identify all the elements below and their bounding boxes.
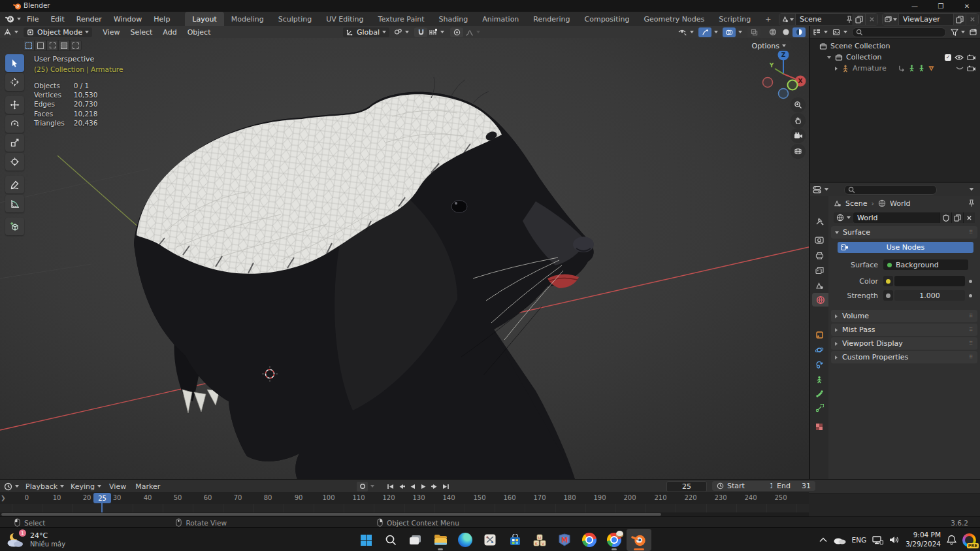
tab-physics[interactable] [810, 343, 828, 357]
scene-icon[interactable] [779, 14, 796, 25]
select-mode-invert[interactable] [58, 40, 70, 51]
play-button[interactable] [418, 482, 429, 492]
tab-shading[interactable]: Shading [432, 12, 476, 26]
menu-help[interactable]: Help [148, 12, 176, 26]
use-nodes-button[interactable]: Use Nodes [838, 242, 973, 253]
panel-grip[interactable]: ⠿ [969, 313, 973, 319]
closed-eye-icon[interactable] [956, 66, 964, 71]
animate-color-dot[interactable] [969, 280, 972, 283]
outliner-row-collection[interactable]: Collection ✓ [810, 52, 980, 63]
panel-grip[interactable]: ⠿ [969, 327, 973, 333]
menu-view[interactable]: View [97, 28, 125, 37]
blender-menu-icon[interactable] [5, 14, 14, 24]
restore-button[interactable]: ❐ [928, 0, 954, 12]
color-socket[interactable] [883, 276, 893, 286]
visibility-dropdown[interactable] [678, 29, 694, 36]
unikey-button[interactable]: UKV [527, 529, 552, 551]
taskbar-search-button[interactable] [378, 529, 403, 551]
pin-icon[interactable] [846, 16, 853, 24]
tray-chevron-icon[interactable] [819, 537, 827, 543]
proportional-falloff-dropdown[interactable] [465, 29, 480, 36]
mode-dropdown[interactable]: Object Mode [24, 27, 92, 37]
menu-edit[interactable]: Edit [44, 12, 70, 26]
strength-socket[interactable] [883, 290, 893, 301]
chevron-down-icon[interactable] [970, 188, 973, 191]
xray-toggle[interactable] [747, 27, 760, 37]
tab-rendering[interactable]: Rendering [526, 12, 577, 26]
viewport-canvas[interactable]: Z X Y User Perspective (25) Collection |… [0, 38, 809, 479]
menu-window[interactable]: Window [108, 12, 148, 26]
shading-wireframe-button[interactable] [766, 27, 779, 37]
custom-properties-panel-header[interactable]: Custom Properties⠿ [831, 351, 977, 363]
cursor-tool[interactable] [5, 73, 24, 91]
gizmo-neg-y-axis[interactable] [788, 80, 798, 90]
remove-viewlayer-button[interactable] [966, 14, 978, 25]
breadcrumb-world[interactable]: World [890, 199, 911, 208]
panel-grip[interactable]: ⠿ [969, 229, 973, 235]
hide-eye-icon[interactable] [955, 54, 964, 61]
tab-layout[interactable]: Layout [185, 12, 223, 26]
tab-world[interactable] [812, 293, 828, 307]
copilot-icon[interactable]: PRE [962, 533, 976, 547]
outliner-row-scene-collection[interactable]: Scene Collection [810, 41, 980, 52]
jump-prev-keyframe-button[interactable] [396, 482, 407, 492]
move-tool[interactable] [5, 96, 24, 114]
options-dropdown[interactable]: Options [747, 41, 791, 51]
toggle-perspective-button[interactable] [791, 144, 806, 159]
shading-material-button[interactable] [792, 27, 806, 37]
proportional-edit-toggle[interactable] [450, 27, 463, 37]
tab-output[interactable] [810, 248, 828, 262]
minimize-button[interactable]: — [902, 0, 928, 12]
tab-object-data[interactable] [810, 373, 828, 386]
weather-widget[interactable]: 1 24°C Nhiều mây [5, 528, 65, 551]
mist-pass-panel-header[interactable]: Mist Pass⠿ [831, 324, 977, 336]
timeline-track[interactable] [0, 504, 809, 512]
viewport-display-panel-header[interactable]: Viewport Display⠿ [831, 337, 977, 350]
scene-name[interactable]: Scene [796, 15, 846, 24]
current-frame-field[interactable]: 25 [666, 481, 707, 492]
chrome-button[interactable] [577, 529, 602, 551]
select-box-tool[interactable] [5, 54, 24, 72]
pin-icon[interactable] [968, 199, 975, 207]
clock-widget[interactable]: 9:04 PM 3/29/2024 [906, 531, 941, 548]
snap-settings-dropdown[interactable] [429, 29, 444, 36]
tab-render[interactable] [810, 233, 828, 247]
properties-editor-icon[interactable] [813, 186, 822, 194]
tab-view-layer[interactable] [810, 263, 828, 277]
select-mode-extend[interactable] [35, 40, 46, 51]
rotate-tool[interactable] [5, 115, 24, 133]
snap-toggle[interactable] [414, 27, 427, 37]
outliner-search-input[interactable] [852, 27, 946, 37]
m-app-button[interactable]: M [552, 529, 577, 551]
shading-solid-button[interactable] [779, 27, 792, 37]
snipping-tool-button[interactable] [478, 529, 502, 551]
tab-animation[interactable]: Animation [475, 12, 526, 26]
timeline-scrollbar-thumb[interactable] [1, 513, 661, 516]
animate-strength-dot[interactable] [969, 294, 972, 297]
gizmo-neg-x-axis[interactable] [763, 78, 773, 88]
filter-icon[interactable] [951, 29, 958, 36]
unlink-datablock-button[interactable] [963, 212, 975, 223]
menu-render[interactable]: Render [71, 12, 108, 26]
file-explorer-button[interactable] [428, 529, 453, 551]
tab-tool[interactable] [810, 214, 828, 228]
copy-datablock-button[interactable] [951, 212, 963, 223]
play-reverse-button[interactable] [407, 482, 418, 492]
viewlayer-icon[interactable] [883, 14, 899, 25]
new-viewlayer-button[interactable] [953, 14, 966, 25]
menu-file[interactable]: File [21, 12, 44, 26]
jump-next-keyframe-button[interactable] [429, 482, 440, 492]
viewlayer-selector[interactable]: ViewLayer [882, 13, 979, 25]
new-scene-button[interactable] [853, 14, 865, 25]
tab-texture[interactable] [810, 420, 828, 433]
timeline-ruler[interactable]: 0 10 20 30 40 50 60 70 80 90 100 110 120… [0, 492, 809, 504]
breadcrumb-scene[interactable]: Scene [845, 199, 868, 208]
gizmo-neg-z-axis[interactable] [779, 89, 789, 99]
pivot-dropdown[interactable] [394, 28, 409, 36]
disable-render-camera-icon[interactable] [967, 54, 976, 61]
scene-selector[interactable]: Scene [779, 13, 878, 25]
menu-view-timeline[interactable]: View [109, 482, 126, 491]
menu-playback[interactable]: Playback [25, 482, 64, 491]
zoom-button[interactable] [791, 97, 806, 112]
measure-tool[interactable] [5, 195, 24, 212]
